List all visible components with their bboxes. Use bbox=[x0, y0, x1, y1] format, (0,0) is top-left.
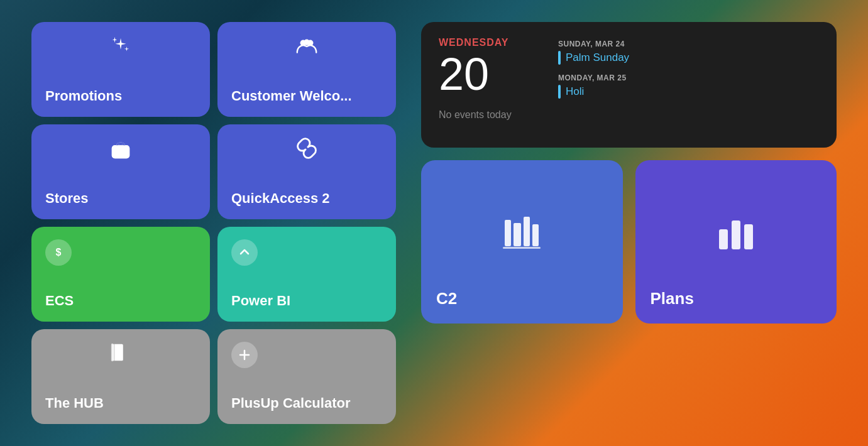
plus-circle-icon bbox=[231, 342, 382, 368]
bottom-tiles: C2 Plans bbox=[421, 160, 837, 324]
calendar-event-date-0: SUNDAY, MAR 24 bbox=[558, 40, 629, 48]
tile-ecs[interactable]: $ ECS bbox=[31, 227, 210, 322]
svg-point-2 bbox=[304, 40, 310, 46]
book-icon bbox=[45, 342, 196, 364]
group-icon bbox=[231, 35, 382, 58]
dollar-circle-icon: $ bbox=[45, 239, 196, 266]
calendar-day-name: WEDNESDAY bbox=[439, 37, 539, 48]
chevron-circle-icon bbox=[231, 239, 382, 266]
bag-icon bbox=[45, 137, 196, 161]
svg-rect-10 bbox=[514, 223, 521, 246]
chart-bars-icon bbox=[651, 175, 822, 289]
svg-rect-15 bbox=[732, 220, 740, 249]
tile-the-hub-label: The HUB bbox=[45, 395, 196, 411]
tile-customer-welcome-label: Customer Welco... bbox=[231, 88, 382, 104]
calendar-event-date-1: MONDAY, MAR 25 bbox=[558, 73, 629, 82]
svg-rect-14 bbox=[719, 229, 728, 249]
calendar-no-events: No events today bbox=[439, 109, 539, 121]
tile-plusup-label: PlusUp Calculator bbox=[231, 395, 382, 411]
svg-rect-8 bbox=[111, 344, 114, 361]
tile-promotions-label: Promotions bbox=[45, 88, 196, 104]
tile-powerbi-label: Power BI bbox=[231, 293, 382, 309]
tile-plans-label: Plans bbox=[651, 289, 822, 308]
tile-c2-label: C2 bbox=[436, 289, 608, 308]
calendar-widget: WEDNESDAY 20 No events today SUNDAY, MAR… bbox=[421, 22, 837, 148]
calendar-event-name-0: Palm Sunday bbox=[566, 52, 629, 64]
calendar-event-0: SUNDAY, MAR 24 Palm Sunday bbox=[558, 40, 629, 65]
calendar-day-number: 20 bbox=[439, 50, 539, 99]
svg-rect-7 bbox=[114, 344, 115, 361]
calendar-event-bar-1 bbox=[558, 85, 561, 99]
tile-stores-label: Stores bbox=[45, 190, 196, 207]
calendar-events: SUNDAY, MAR 24 Palm Sunday MONDAY, MAR 2… bbox=[558, 37, 629, 133]
svg-rect-11 bbox=[524, 217, 530, 246]
svg-rect-16 bbox=[744, 224, 753, 249]
svg-rect-4 bbox=[112, 145, 129, 158]
calendar-event-1: MONDAY, MAR 25 Holi bbox=[558, 73, 629, 99]
library-icon bbox=[436, 175, 608, 289]
tile-quickaccess[interactable]: QuickAccess 2 bbox=[217, 124, 396, 219]
calendar-event-item-0: Palm Sunday bbox=[558, 51, 629, 65]
svg-rect-13 bbox=[503, 247, 541, 249]
tile-powerbi[interactable]: Power BI bbox=[217, 227, 396, 322]
tile-stores[interactable]: Stores bbox=[31, 124, 210, 219]
tile-c2[interactable]: C2 bbox=[421, 160, 623, 324]
tile-promotions[interactable]: Promotions bbox=[31, 22, 210, 117]
calendar-today: WEDNESDAY 20 No events today bbox=[439, 37, 539, 133]
tile-quickaccess-label: QuickAccess 2 bbox=[231, 190, 382, 207]
link-icon bbox=[231, 137, 382, 160]
app-grid: Promotions Customer Welco... bbox=[31, 22, 396, 424]
right-section: WEDNESDAY 20 No events today SUNDAY, MAR… bbox=[421, 22, 837, 324]
calendar-event-item-1: Holi bbox=[558, 85, 629, 99]
main-container: Promotions Customer Welco... bbox=[0, 0, 868, 446]
svg-text:$: $ bbox=[56, 247, 62, 258]
tile-plusup[interactable]: PlusUp Calculator bbox=[217, 329, 396, 424]
svg-rect-9 bbox=[505, 220, 511, 246]
sparkles-icon bbox=[45, 35, 196, 58]
svg-rect-12 bbox=[532, 224, 539, 246]
tile-customer-welcome[interactable]: Customer Welco... bbox=[217, 22, 396, 117]
tile-plans[interactable]: Plans bbox=[635, 160, 837, 324]
tile-the-hub[interactable]: The HUB bbox=[31, 329, 210, 424]
tile-ecs-label: ECS bbox=[45, 293, 196, 309]
calendar-event-name-1: Holi bbox=[566, 85, 584, 98]
calendar-event-bar-0 bbox=[558, 51, 561, 65]
